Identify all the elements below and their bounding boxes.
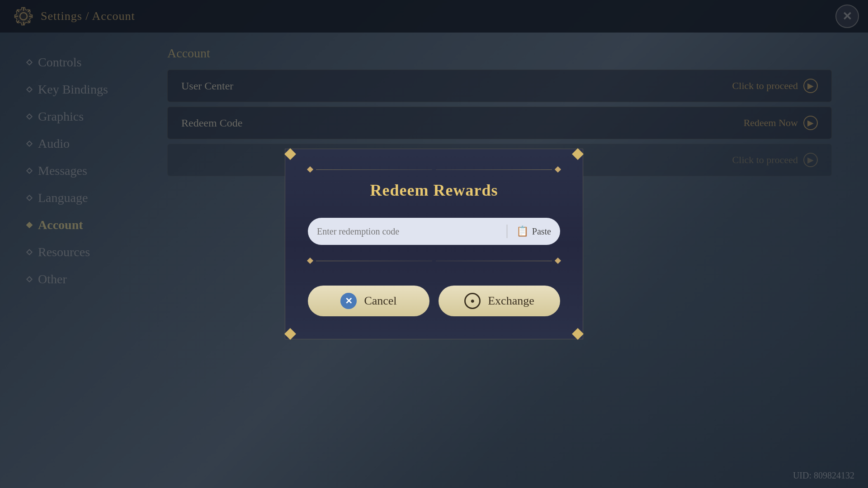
exchange-icon: ● <box>464 293 481 309</box>
corner-decoration-bl <box>283 327 297 341</box>
corner-decoration-br <box>571 327 585 341</box>
hline-left-2 <box>316 261 432 261</box>
corner-decoration-tl <box>283 147 297 161</box>
cancel-button[interactable]: ✕ Cancel <box>308 286 429 316</box>
exchange-button[interactable]: ● Exchange <box>439 286 560 316</box>
diamond-left-2 <box>307 258 313 264</box>
paste-label: Paste <box>532 226 551 237</box>
svg-marker-3 <box>284 328 296 340</box>
hline-right-2 <box>436 261 552 261</box>
paste-button[interactable]: 📋 Paste <box>507 225 560 237</box>
diamond-right <box>555 166 561 173</box>
bottom-divider <box>308 258 560 263</box>
redeem-modal: Redeem Rewards 📋 Paste ✕ Cancel ● <box>285 149 583 339</box>
cancel-icon: ✕ <box>340 293 357 309</box>
diamond-right-2 <box>555 258 561 264</box>
svg-marker-4 <box>572 328 584 340</box>
diamond-left <box>307 166 313 173</box>
hline-left <box>316 169 432 170</box>
redemption-code-input[interactable] <box>308 226 507 237</box>
modal-title: Redeem Rewards <box>308 181 560 200</box>
corner-decoration-tr <box>571 147 585 161</box>
svg-marker-1 <box>284 148 296 160</box>
svg-marker-2 <box>572 148 584 160</box>
exchange-label: Exchange <box>488 294 534 308</box>
redemption-code-input-row: 📋 Paste <box>308 218 560 245</box>
modal-overlay: Redeem Rewards 📋 Paste ✕ Cancel ● <box>0 0 868 488</box>
cancel-label: Cancel <box>364 294 396 308</box>
top-divider <box>308 167 560 172</box>
hline-right <box>436 169 552 170</box>
modal-buttons: ✕ Cancel ● Exchange <box>308 286 560 316</box>
clipboard-icon: 📋 <box>516 225 528 237</box>
